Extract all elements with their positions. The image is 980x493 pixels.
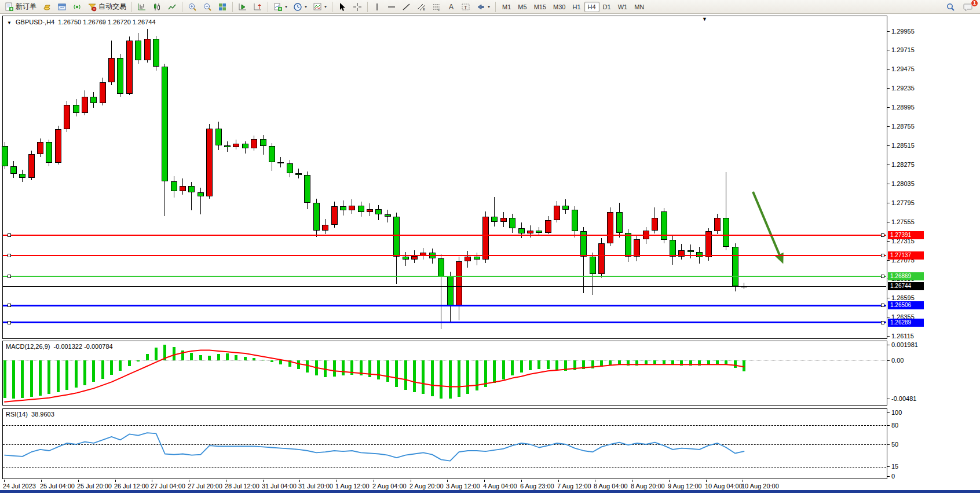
candle-body [527, 231, 533, 233]
rsi-indicator-label: RSI(14) 38.9603 [6, 411, 54, 418]
candle-body [90, 97, 97, 103]
macd-histogram-bar [315, 360, 318, 375]
line-handle[interactable] [8, 254, 11, 257]
zoom-out-button[interactable] [200, 1, 214, 13]
time-tick-label: 7 Aug 12:00 [557, 483, 591, 490]
timeframe-button-m15[interactable]: M15 [531, 2, 550, 12]
text-tool-button[interactable]: A [445, 1, 458, 13]
line-handle[interactable] [8, 304, 11, 307]
line-handle[interactable] [881, 321, 884, 324]
profiles-button[interactable] [40, 1, 54, 13]
zoom-in-button[interactable] [185, 1, 199, 13]
time-tick-label: 24 Jul 2023 [3, 483, 36, 490]
macd-histogram-bar [537, 360, 540, 369]
line-handle[interactable] [8, 321, 11, 324]
timeframe-button-d1[interactable]: D1 [599, 2, 615, 12]
object-hline[interactable] [3, 255, 886, 256]
time-tick-label: 25 Jul 04:00 [40, 483, 75, 490]
candle-body [447, 276, 454, 305]
text-label-tool-button[interactable]: T [459, 1, 473, 13]
arrows-tool-button[interactable]: ▾ [474, 1, 492, 13]
candle-body [126, 41, 133, 94]
periods-button[interactable]: ▾ [291, 1, 309, 13]
cursor-tool-button[interactable] [335, 1, 349, 13]
object-hline[interactable] [3, 235, 886, 236]
macd-histogram-bar [324, 360, 327, 377]
price-chart-pane[interactable] [2, 16, 887, 339]
window-bottom-strip [0, 490, 980, 493]
candle-body [411, 256, 418, 260]
object-hline[interactable] [3, 305, 886, 306]
fibonacci-icon: F [432, 2, 441, 12]
timeframe-button-h1[interactable]: H1 [569, 2, 584, 12]
templates-button[interactable]: ▾ [310, 1, 329, 13]
timeframe-button-m30[interactable]: M30 [550, 2, 569, 12]
macd-histogram-bar [235, 355, 237, 361]
tile-windows-button[interactable] [215, 1, 229, 13]
line-handle[interactable] [881, 304, 884, 307]
collapse-triangle-icon[interactable]: ▼ [7, 20, 12, 25]
chart-shift-button[interactable] [251, 1, 265, 13]
object-hline[interactable] [3, 322, 886, 323]
chart-shift-marker[interactable]: ▼ [702, 16, 707, 22]
timeframe-button-m1[interactable]: M1 [499, 2, 514, 12]
indicators-button[interactable]: ▾ [271, 1, 290, 13]
fibonacci-tool-button[interactable]: F [430, 1, 444, 13]
timeframe-button-mn[interactable]: MN [631, 2, 648, 12]
auto-scroll-button[interactable] [236, 1, 250, 13]
price-tick-mark [887, 241, 890, 242]
horizontal-line-tool-button[interactable] [385, 1, 398, 13]
macd-histogram-bar [288, 360, 291, 367]
chart-shift-icon [253, 2, 262, 12]
macd-indicator-label: MACD(12,26,9) -0.001322 -0.000784 [6, 343, 113, 350]
line-chart-mode-button[interactable] [165, 1, 179, 13]
line-handle[interactable] [8, 233, 11, 237]
notifications-button[interactable]: 1 [961, 1, 975, 13]
macd-tick-label: 0.00 [891, 357, 904, 364]
crosshair-tool-button[interactable] [350, 1, 364, 13]
dropdown-caret-icon: ▾ [488, 4, 490, 9]
new-order-label: 新订单 [16, 2, 36, 12]
macd-histogram-bar [476, 360, 478, 390]
macd-histogram-bar [244, 357, 247, 361]
autotrade-button[interactable]: 自动交易 [85, 1, 129, 13]
candle-body [545, 220, 551, 233]
timeframe-button-h4[interactable]: H4 [584, 2, 599, 12]
object-hline[interactable] [3, 276, 886, 277]
equidistant-channel-tool-button[interactable]: E [415, 1, 429, 13]
line-handle[interactable] [881, 254, 884, 257]
mt4-terminal: 新订单 [0, 0, 980, 493]
timeframe-button-m5[interactable]: M5 [514, 2, 530, 12]
rsi-tick-label: 50 [891, 441, 898, 448]
price-tick-mark [887, 298, 890, 298]
rsi-pane[interactable] [2, 408, 887, 479]
time-tick-label: 31 Jul 04:00 [262, 483, 297, 490]
timeframe-button-w1[interactable]: W1 [615, 2, 631, 12]
line-handle[interactable] [881, 233, 884, 237]
charts-button[interactable] [55, 1, 69, 13]
line-handle[interactable] [881, 275, 884, 278]
price-tick-label: 1.26115 [891, 333, 914, 339]
candle-body [572, 210, 578, 231]
candle-chart-mode-button[interactable] [150, 1, 164, 13]
zoom-out-icon [203, 2, 212, 12]
toolbar-right: 1 [944, 1, 978, 13]
trendline-tool-button[interactable] [400, 1, 414, 13]
rsi-tick-mark [887, 476, 890, 477]
candle-body [144, 39, 151, 60]
toolbar-separator [131, 2, 132, 12]
candle-wick [200, 188, 201, 215]
price-tick-label: 1.26595 [891, 294, 915, 301]
new-order-button[interactable]: 新订单 [2, 1, 39, 13]
vertical-line-tool-button[interactable] [371, 1, 383, 13]
macd-histogram-bar [12, 360, 15, 399]
macd-histogram-bar [734, 360, 737, 367]
search-button[interactable] [944, 1, 957, 13]
macd-pane[interactable] [2, 341, 887, 406]
bar-chart-mode-button[interactable] [135, 1, 149, 13]
macd-histogram-bar [101, 360, 104, 379]
chart-symbol-period: GBPUSD-,H4 [16, 19, 54, 25]
vertical-line-icon [373, 2, 381, 12]
line-handle[interactable] [8, 275, 11, 278]
signals-button[interactable] [70, 1, 84, 13]
